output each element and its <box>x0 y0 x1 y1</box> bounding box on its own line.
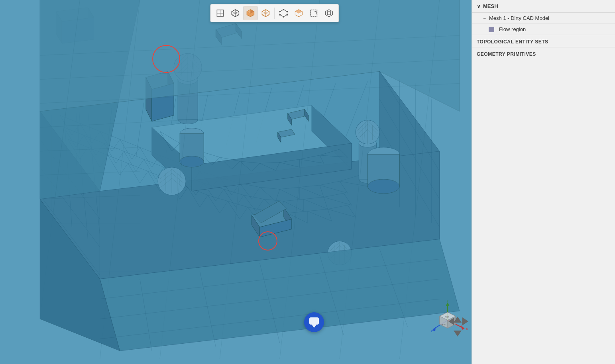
mesh-visualization <box>0 0 472 364</box>
right-panel: ∨ MESH − Mesh 1 - Dirty CAD Model Flow r… <box>472 0 615 364</box>
svg-point-64 <box>180 156 204 167</box>
wireframe-button[interactable] <box>258 6 273 20</box>
svg-point-61 <box>367 179 399 194</box>
svg-marker-146 <box>312 325 316 328</box>
svg-text:Y: Y <box>446 300 449 303</box>
toolbar <box>210 4 339 22</box>
box-select-button[interactable] <box>307 6 321 20</box>
geometry-primitives-title: GEOMETRY PRIMITIVES <box>472 47 615 59</box>
svg-text:FRONT: FRONT <box>441 323 446 325</box>
svg-marker-143 <box>448 317 454 325</box>
svg-marker-124 <box>325 10 332 17</box>
svg-point-118 <box>283 16 284 18</box>
mesh-section-header[interactable]: ∨ MESH <box>472 0 615 13</box>
mesh-item[interactable]: − Mesh 1 - Dirty CAD Model <box>472 13 615 24</box>
svg-marker-144 <box>462 317 468 325</box>
svg-point-115 <box>283 9 284 10</box>
svg-rect-145 <box>309 317 319 325</box>
svg-point-120 <box>279 11 281 12</box>
solid-view-button[interactable] <box>243 6 257 20</box>
viewport[interactable]: Y X Z TOP FRONT <box>0 0 472 364</box>
svg-marker-127 <box>446 302 450 306</box>
mesh-item-label: Mesh 1 - Dirty CAD Model <box>489 15 549 21</box>
collapse-icon: ∨ <box>477 3 481 9</box>
mesh-label: MESH <box>483 3 498 9</box>
svg-marker-114 <box>280 10 287 17</box>
svg-point-119 <box>279 14 281 16</box>
svg-point-117 <box>286 14 288 16</box>
isometric-button[interactable] <box>228 6 242 20</box>
vertex-select-button[interactable] <box>276 6 291 20</box>
svg-rect-125 <box>327 12 330 15</box>
settings-view-button[interactable] <box>322 6 336 20</box>
chat-button[interactable] <box>304 312 324 332</box>
svg-text:Z: Z <box>431 329 433 333</box>
flow-region-label: Flow region <box>499 26 526 32</box>
flow-region-item[interactable]: Flow region <box>472 24 615 35</box>
topological-entity-sets-title: TOPOLOGICAL ENTITY SETS <box>472 35 615 47</box>
svg-point-116 <box>286 11 288 12</box>
2d-view-button[interactable] <box>213 6 227 20</box>
svg-marker-142 <box>454 331 462 337</box>
svg-marker-122 <box>295 10 302 14</box>
flow-region-icon <box>489 27 494 32</box>
nav-arrows-lr <box>448 315 468 329</box>
divider-1 <box>274 8 275 19</box>
minus-icon: − <box>483 16 486 21</box>
face-select-button[interactable] <box>291 6 306 20</box>
